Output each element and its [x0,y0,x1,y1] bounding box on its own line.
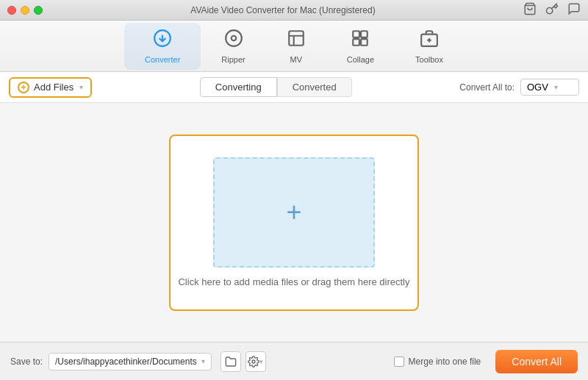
save-path-value: /Users/ihappyacethinker/Documents [55,356,197,367]
nav-item-collage[interactable]: Collage [326,23,395,70]
merge-label: Merge into one file [409,356,481,367]
ripper-label: Ripper [221,55,245,64]
toolbar-tabs: Converting Converted [92,77,459,97]
svg-rect-8 [354,39,360,46]
footer: Save to: /Users/ihappyacethinker/Documen… [0,342,588,380]
chat-icon[interactable] [567,2,581,18]
merge-checkbox-area: Merge into one file [394,356,481,367]
minimize-button[interactable] [21,6,29,15]
convert-all-to-label: Convert All to: [459,82,514,93]
svg-rect-5 [289,31,304,46]
drop-zone-outer[interactable]: + Click here to add media files or drag … [169,135,419,311]
format-select-arrow: ▾ [554,83,558,91]
tab-converted[interactable]: Converted [277,77,352,97]
svg-point-4 [231,35,236,40]
maximize-button[interactable] [34,6,43,15]
format-select[interactable]: OGV ▾ [520,79,579,96]
footer-icons: ▾ [220,351,266,372]
toolbox-icon [420,29,439,52]
ripper-icon [224,29,243,52]
mv-label: MV [290,55,302,64]
add-files-label: Add Files [34,82,74,93]
collage-label: Collage [347,55,374,64]
tab-converting[interactable]: Converting [200,77,277,97]
title-bar: AVAide Video Converter for Mac (Unregist… [0,0,588,21]
svg-rect-9 [361,39,368,46]
nav-item-toolbox[interactable]: Toolbox [395,23,464,70]
title-bar-actions [523,2,581,18]
chevron-down-icon: ▾ [79,83,83,91]
converter-label: Converter [145,55,180,64]
nav-item-ripper[interactable]: Ripper [201,23,265,70]
toolbar-right: Convert All to: OGV ▾ [459,79,579,96]
window-title: AVAide Video Converter for Mac (Unregist… [43,5,523,15]
add-files-button[interactable]: + Add Files ▾ [9,77,92,98]
nav-item-converter[interactable]: Converter [124,23,201,70]
svg-point-3 [226,30,242,46]
cart-icon[interactable] [523,2,537,18]
save-path-chevron: ▾ [201,357,205,365]
settings-icon-button[interactable]: ▾ [245,351,266,372]
settings-chevron: ▾ [259,358,263,365]
save-to-path[interactable]: /Users/ihappyacethinker/Documents ▾ [49,353,212,370]
save-to-label: Save to: [10,356,43,367]
selected-format: OGV [527,82,548,93]
nav-bar: Converter Ripper MV [0,21,588,72]
drop-zone-text: Click here to add media files or drag th… [178,276,409,287]
nav-item-mv[interactable]: MV [266,23,326,70]
nav-items: Converter Ripper MV [124,23,464,70]
main-content: + Click here to add media files or drag … [0,103,588,342]
plus-icon: + [18,82,29,93]
svg-rect-7 [361,31,368,37]
key-icon[interactable] [545,2,559,18]
converter-icon [153,29,172,52]
mv-icon [287,29,306,52]
add-media-icon: + [286,199,301,226]
toolbox-label: Toolbox [415,55,443,64]
close-button[interactable] [7,6,16,15]
traffic-lights [7,6,43,15]
folder-icon-button[interactable] [220,351,241,372]
merge-checkbox[interactable] [394,356,404,367]
collage-icon [351,29,370,52]
toolbar: + Add Files ▾ Converting Converted Conve… [0,72,588,103]
svg-rect-6 [354,31,360,37]
drop-zone-inner[interactable]: + [213,157,375,268]
svg-point-13 [252,360,255,363]
convert-all-button[interactable]: Convert All [495,350,578,373]
